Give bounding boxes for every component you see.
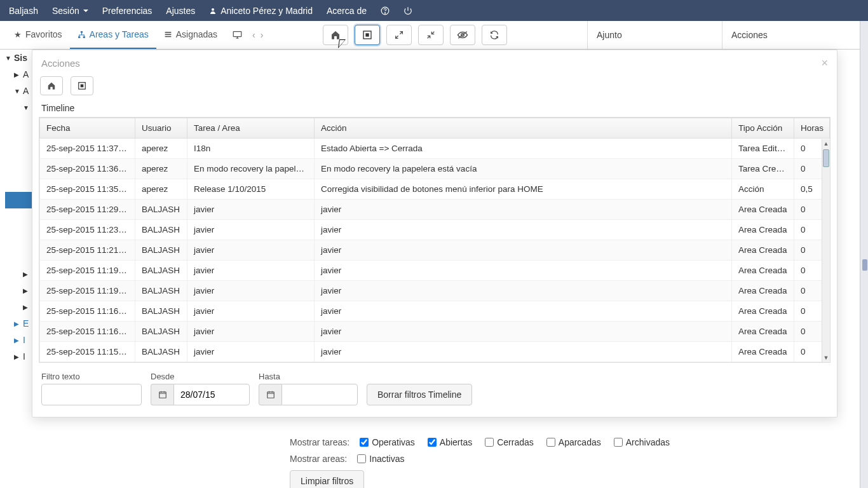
desktop-icon bbox=[233, 30, 242, 39]
cell-tipo: Acción bbox=[732, 179, 794, 200]
calendar-icon[interactable] bbox=[151, 384, 173, 405]
cell-accion: javier bbox=[315, 220, 732, 240]
secondary-bar: ★ Favoritos Areas y Tareas Asignadas ‹ ›… bbox=[0, 21, 868, 50]
layout-button[interactable] bbox=[355, 25, 380, 45]
table-row[interactable]: 25-sep-2015 11:16:24BALJASHjavierjavierA… bbox=[40, 322, 830, 342]
tab-areas-tareas[interactable]: Areas y Tareas bbox=[70, 21, 156, 49]
filter-from-input[interactable] bbox=[173, 384, 250, 405]
window-scrollbar[interactable] bbox=[860, 21, 868, 488]
th-usuario[interactable]: Usuario bbox=[135, 118, 187, 139]
visibility-button[interactable] bbox=[450, 25, 475, 45]
tree-node-root[interactable]: ▼Sis bbox=[5, 50, 33, 66]
scroll-down-icon[interactable]: ▼ bbox=[822, 353, 830, 362]
tree-node[interactable]: ▶I bbox=[5, 348, 33, 365]
cell-usuario: BALJASH bbox=[135, 342, 187, 362]
cell-tarea: javier bbox=[187, 342, 315, 362]
clear-timeline-filters-button[interactable]: Borrar filtros Timeline bbox=[367, 384, 472, 405]
modal-toolbar bbox=[32, 74, 837, 102]
table-row[interactable]: 25-sep-2015 11:29:26BALJASHjavierjavierA… bbox=[40, 200, 830, 220]
cell-tarea: I18n bbox=[187, 139, 315, 159]
tree-node[interactable]: ▶ bbox=[5, 299, 33, 315]
table-row[interactable]: 25-sep-2015 11:15:30BALJASHjavierjavierA… bbox=[40, 342, 830, 362]
cell-fecha: 25-sep-2015 11:19:08 bbox=[40, 261, 135, 281]
svg-rect-16 bbox=[267, 392, 274, 398]
menu-settings[interactable]: Ajustes bbox=[166, 6, 195, 16]
scroll-up-icon[interactable]: ▲ bbox=[822, 139, 830, 148]
home-button[interactable] bbox=[323, 25, 348, 45]
chk-inactivas[interactable]: Inactivas bbox=[357, 454, 404, 464]
modal-close-icon[interactable]: × bbox=[821, 57, 828, 70]
tab-prev-icon[interactable]: ‹ bbox=[250, 30, 258, 40]
th-tarea[interactable]: Tarea / Area bbox=[187, 118, 315, 139]
clear-filters-button[interactable]: Limpiar filtros bbox=[290, 470, 364, 488]
table-row[interactable]: 25-sep-2015 11:16:51BALJASHjavierjavierA… bbox=[40, 301, 830, 322]
tab-next-icon[interactable]: › bbox=[258, 30, 266, 40]
refresh-button[interactable] bbox=[482, 25, 507, 45]
menu-session[interactable]: Sesión bbox=[52, 6, 88, 16]
th-horas[interactable]: Horas bbox=[794, 118, 830, 139]
tree-node[interactable]: ▶A bbox=[5, 66, 33, 83]
modal-layout-button[interactable] bbox=[71, 76, 93, 95]
cell-fecha: 25-sep-2015 11:37:43 bbox=[40, 139, 135, 159]
cell-fecha: 25-sep-2015 11:15:30 bbox=[40, 342, 135, 362]
table-row[interactable]: 25-sep-2015 11:36:49aperezEn modo recove… bbox=[40, 159, 830, 179]
scroll-mark bbox=[862, 259, 867, 271]
home-icon bbox=[47, 81, 56, 90]
table-row[interactable]: 25-sep-2015 11:23:06BALJASHjavierjavierA… bbox=[40, 220, 830, 240]
table-row[interactable]: 25-sep-2015 11:21:19BALJASHjavierjavierA… bbox=[40, 240, 830, 261]
cell-fecha: 25-sep-2015 11:23:06 bbox=[40, 220, 135, 240]
calendar-icon[interactable] bbox=[259, 384, 281, 405]
panel-adjunto-header[interactable]: Ajunto bbox=[587, 21, 722, 49]
table-scrollbar[interactable]: ▲ ▼ bbox=[822, 139, 830, 362]
home-icon bbox=[330, 30, 341, 40]
app-brand[interactable]: Baljash bbox=[9, 6, 38, 16]
svg-rect-15 bbox=[159, 392, 166, 398]
chk-operativas[interactable]: Operativas bbox=[360, 437, 415, 447]
help-icon[interactable] bbox=[381, 6, 390, 15]
power-icon[interactable] bbox=[403, 6, 412, 15]
eye-slash-icon bbox=[457, 30, 468, 39]
tree-node[interactable]: ▶ bbox=[5, 266, 33, 282]
chk-aparcadas[interactable]: Aparcadas bbox=[546, 437, 601, 447]
cell-tarea: Release 1/10/2015 bbox=[187, 179, 315, 200]
cell-fecha: 25-sep-2015 11:19:04 bbox=[40, 281, 135, 301]
user-name: Aniceto Pérez y Madrid bbox=[220, 6, 313, 16]
tree-selection-highlight bbox=[5, 192, 33, 208]
cell-fecha: 25-sep-2015 11:35:49 bbox=[40, 179, 135, 200]
table-row[interactable]: 25-sep-2015 11:19:08BALJASHjavierjavierA… bbox=[40, 261, 830, 281]
chk-abiertas[interactable]: Abiertas bbox=[428, 437, 472, 447]
cell-accion: En modo recovery la papelera está vacía bbox=[315, 159, 732, 179]
modal-home-button[interactable] bbox=[40, 76, 63, 95]
tab-screen[interactable] bbox=[225, 21, 250, 49]
chk-cerradas[interactable]: Cerradas bbox=[485, 437, 534, 447]
tree-node[interactable]: ▶I bbox=[5, 332, 33, 348]
th-tipo[interactable]: Tipo Acción bbox=[732, 118, 794, 139]
cell-accion: javier bbox=[315, 281, 732, 301]
menu-user[interactable]: Aniceto Pérez y Madrid bbox=[209, 6, 313, 16]
tree-node[interactable]: ▼A bbox=[5, 83, 33, 99]
cell-tipo: Area Creada bbox=[732, 220, 794, 240]
expand-button[interactable] bbox=[386, 25, 412, 45]
th-fecha[interactable]: Fecha bbox=[40, 118, 135, 139]
main-toolbar bbox=[304, 25, 507, 45]
filter-to-input[interactable] bbox=[281, 384, 358, 405]
filter-to-label: Hasta bbox=[259, 372, 358, 381]
square-dot-icon bbox=[362, 30, 372, 40]
filter-text-input[interactable] bbox=[41, 384, 142, 405]
tab-asignadas[interactable]: Asignadas bbox=[156, 21, 225, 49]
menu-preferences[interactable]: Preferencias bbox=[102, 6, 153, 16]
cell-tarea: javier bbox=[187, 220, 315, 240]
scroll-thumb[interactable] bbox=[823, 149, 829, 167]
tree-node[interactable]: ▶E bbox=[5, 315, 33, 332]
tree-node[interactable]: ▶ bbox=[5, 282, 33, 299]
collapse-button[interactable] bbox=[418, 25, 444, 45]
menu-about[interactable]: Acerca de bbox=[327, 6, 367, 16]
tab-favoritos[interactable]: ★ Favoritos bbox=[6, 21, 70, 49]
chk-archivadas[interactable]: Archivadas bbox=[614, 437, 670, 447]
th-accion[interactable]: Acción bbox=[315, 118, 732, 139]
table-row[interactable]: 25-sep-2015 11:19:04BALJASHjavierjavierA… bbox=[40, 281, 830, 301]
table-row[interactable]: 25-sep-2015 11:35:49aperezRelease 1/10/2… bbox=[40, 179, 830, 200]
table-row[interactable]: 25-sep-2015 11:37:43aperezI18nEstado Abi… bbox=[40, 139, 830, 159]
tree-node[interactable]: ▼ bbox=[5, 99, 33, 116]
panel-acciones-header[interactable]: Acciones bbox=[722, 21, 868, 49]
